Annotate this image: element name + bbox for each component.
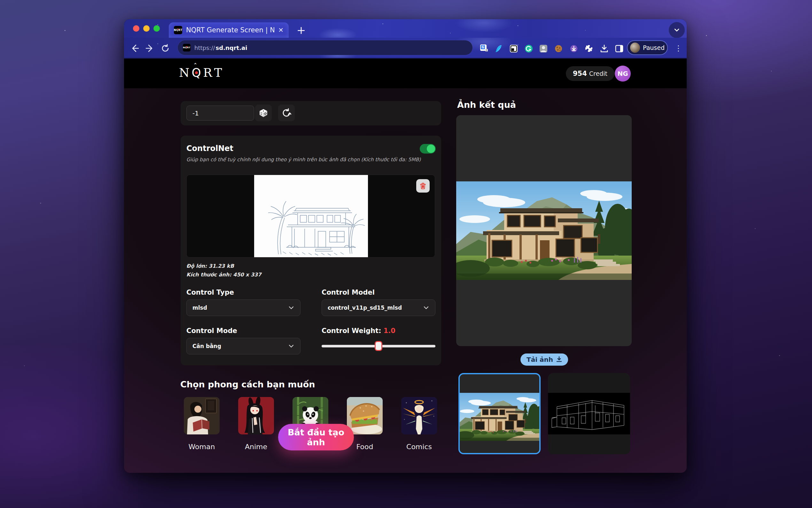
control-weight-caption: Control Weight: xyxy=(322,327,381,335)
result-panel xyxy=(456,115,632,346)
mlsd-wireframe-thumbnail xyxy=(548,393,630,434)
address-bar[interactable]: NQRT https:// sd.nqrt.ai xyxy=(178,40,473,55)
reload-icon xyxy=(161,44,170,53)
style-card-anime[interactable] xyxy=(238,397,274,434)
food-style-image xyxy=(347,397,383,434)
credit-unit: Credit xyxy=(589,70,607,77)
page-content: NQˆRT 954 Credit NG xyxy=(124,59,687,473)
side-panel-icon[interactable] xyxy=(614,43,625,54)
seed-card xyxy=(181,101,441,125)
nqrt-favicon-icon: NQRT xyxy=(183,44,191,51)
desktop: NQRT NQRT Generate Screen | NQRT ✕ + NQR… xyxy=(0,0,812,508)
generated-image-thumbnail xyxy=(459,393,540,441)
user-avatar[interactable]: NG xyxy=(615,66,631,82)
remove-image-button[interactable] xyxy=(416,179,430,193)
browser-toolbar: NQRT https:// sd.nqrt.ai G文 xyxy=(124,38,687,59)
control-model-label: Control Model xyxy=(322,289,375,296)
browser-window: NQRT NQRT Generate Screen | NQRT ✕ + NQR… xyxy=(124,19,687,473)
credit-value: 954 xyxy=(573,70,587,77)
save-image-extension-icon[interactable] xyxy=(568,43,580,54)
control-mode-label: Control Mode xyxy=(186,327,237,335)
style-label-comics: Comics xyxy=(401,443,437,451)
download-image-button[interactable]: Tải ảnh xyxy=(520,353,568,366)
style-label-woman: Woman xyxy=(184,443,220,451)
svg-text:G: G xyxy=(481,45,484,49)
style-card-comics[interactable] xyxy=(401,397,437,434)
tab-search-button[interactable] xyxy=(669,22,685,38)
fullscreen-window-button[interactable] xyxy=(153,25,160,32)
chevron-down-icon xyxy=(423,304,429,311)
credit-badge[interactable]: 954 Credit xyxy=(566,66,614,81)
extensions-puzzle-icon[interactable] xyxy=(583,43,595,54)
translate-extension-icon[interactable]: G文 xyxy=(479,43,490,54)
browser-profile-button[interactable]: Paused xyxy=(627,40,668,55)
controlnet-card: ControlNet Giúp bạn có thể tuỳ chỉnh nội… xyxy=(181,136,441,365)
download-label: Tải ảnh xyxy=(527,356,553,364)
profile-avatar xyxy=(630,43,640,53)
redo-circle-icon xyxy=(282,108,291,118)
seed-input[interactable] xyxy=(186,105,254,121)
back-button[interactable] xyxy=(128,42,141,55)
style-label-anime: Anime xyxy=(238,443,274,451)
back-arrow-icon xyxy=(130,44,139,53)
downloads-icon[interactable] xyxy=(599,43,610,54)
weight-slider-thumb[interactable] xyxy=(375,341,382,351)
image-dimensions-label: Kích thước ảnh: 450 x 337 xyxy=(186,271,261,278)
forward-button[interactable] xyxy=(143,42,157,55)
site-header: NQˆRT 954 Credit NG xyxy=(124,59,687,88)
feather-extension-icon[interactable] xyxy=(493,43,505,54)
controlnet-toggle[interactable] xyxy=(420,144,436,154)
browser-menu-button[interactable]: ⋮ xyxy=(672,42,685,55)
result-thumbnail-selected[interactable] xyxy=(459,373,540,454)
url-domain: sd.nqrt.ai xyxy=(216,44,247,51)
random-seed-button[interactable] xyxy=(255,104,272,121)
controlnet-description: Giúp bạn có thể tuỳ chỉnh nội dung theo … xyxy=(186,157,429,163)
nqrt-favicon-icon: NQRT xyxy=(174,26,182,34)
screenshot-extension-icon[interactable] xyxy=(508,43,520,54)
reload-button[interactable] xyxy=(158,42,172,55)
cookie-extension-icon[interactable] xyxy=(553,43,564,54)
tab-close-icon[interactable]: ✕ xyxy=(278,26,284,34)
new-tab-button[interactable]: + xyxy=(294,23,308,37)
controlnet-title: ControlNet xyxy=(186,144,233,153)
toggle-knob xyxy=(427,144,435,153)
svg-text:文: 文 xyxy=(485,49,488,52)
style-card-food[interactable] xyxy=(347,397,383,434)
generate-button[interactable]: Bắt đầu tạo ảnh xyxy=(278,424,354,451)
chevron-down-icon xyxy=(288,343,294,349)
file-size-label: Độ lớn: 31.23 kB xyxy=(186,263,234,269)
generated-image xyxy=(456,181,632,280)
url-protocol: https:// xyxy=(194,44,215,51)
comics-style-image xyxy=(401,397,437,434)
close-window-button[interactable] xyxy=(133,25,139,32)
chevron-down-icon xyxy=(288,304,294,311)
control-type-value: mlsd xyxy=(192,304,207,311)
anime-style-image xyxy=(238,397,274,434)
control-type-select[interactable]: mlsd xyxy=(186,299,300,316)
grammarly-extension-icon[interactable] xyxy=(523,43,534,54)
woman-style-image xyxy=(184,397,220,434)
browser-tab-active[interactable]: NQRT NQRT Generate Screen | NQRT ✕ xyxy=(169,23,289,38)
download-icon xyxy=(556,356,562,363)
uploaded-sketch-image xyxy=(254,175,368,257)
control-weight-label: Control Weight: 1.0 xyxy=(322,327,395,335)
control-mode-select[interactable]: Cân bằng xyxy=(186,338,300,354)
style-card-woman[interactable] xyxy=(184,397,220,434)
result-thumbnail-wireframe[interactable] xyxy=(548,373,630,454)
dice-icon xyxy=(258,108,268,118)
controlnet-image-preview xyxy=(186,175,435,257)
tab-strip: NQRT NQRT Generate Screen | NQRT ✕ + xyxy=(124,19,687,38)
control-model-select[interactable]: control_v11p_sd15_mlsd xyxy=(322,299,435,316)
style-label-food: Food xyxy=(347,443,383,451)
control-mode-value: Cân bằng xyxy=(192,343,221,349)
forward-arrow-icon xyxy=(145,44,154,53)
profile-extension-icon[interactable] xyxy=(538,43,549,54)
window-controls xyxy=(133,25,160,32)
control-weight-slider[interactable] xyxy=(322,344,435,349)
nqrt-logo[interactable]: NQˆRT xyxy=(179,66,224,80)
tab-title: NQRT Generate Screen | NQRT xyxy=(186,26,274,34)
result-heading: Ảnh kết quả xyxy=(457,100,516,110)
chevron-down-icon xyxy=(673,27,680,34)
reset-seed-button[interactable] xyxy=(278,104,295,121)
minimize-window-button[interactable] xyxy=(143,25,150,32)
